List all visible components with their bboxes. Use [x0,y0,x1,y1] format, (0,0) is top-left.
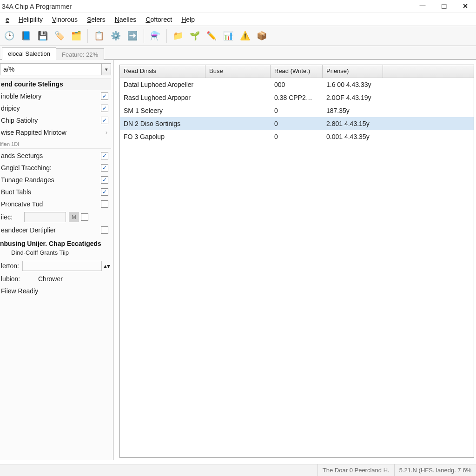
column-header[interactable]: Buse [205,65,271,78]
folder-gear-icon[interactable]: 📁 [171,28,185,43]
checkbox[interactable] [101,105,108,112]
menu-coftorect[interactable]: Coftorect [141,14,177,25]
menu-selers[interactable]: Selers [82,14,110,25]
sidebar-item-label: Tunage Randages [1,176,101,184]
sidebar-item: Proncatve Tud [0,198,111,210]
calendar-check-icon[interactable]: 📋 [92,28,106,43]
data-grid: Read DinslsBuseRead (Write.)Priense) Dat… [119,65,474,458]
lerton-input[interactable] [22,261,102,271]
lubon-value: Chrower [38,275,63,283]
close-button[interactable] [455,0,476,13]
table-cell: FO 3 Gapolup [120,133,205,140]
sidebar-item: dripicy [0,102,111,114]
toolbar-separator [144,29,144,43]
checkbox[interactable] [101,176,108,184]
menu-e[interactable]: e [1,14,14,25]
tab-feature[interactable]: Feature: 22% [56,48,104,60]
iiec-checkbox[interactable] [81,213,88,221]
checkbox[interactable] [101,164,108,172]
table-row[interactable]: Datal Luphoed Aropeller0001.6 00 4.43.33… [120,78,474,91]
grid-header: Read DinslsBuseRead (Write.)Priense) [120,65,474,78]
sidebar-lerton-field: lerton: ▴▾ [0,259,111,273]
sidebar-item-label: ands Seeturgs [1,152,101,159]
table-cell: Datal Luphoed Aropeller [120,81,205,88]
table-cell: SM 1 Seleery [120,107,205,114]
dertiplier-checkbox[interactable] [101,226,108,234]
table-cell: 0.38 CPP2… [271,94,323,101]
table-cell: 0 [271,107,323,114]
sidebar-item: ands Seeturgs [0,150,111,162]
sidebar-item: Buot Tabls [0,186,111,198]
iiec-field[interactable] [24,212,66,222]
type-select-value: a/% [3,66,14,73]
warning-icon[interactable]: ⚠️ [238,28,252,43]
arrow-icon[interactable]: ➡️ [125,28,140,43]
table-cell: 187.35y [323,107,383,114]
sidebar-subheader: nbusing Unijer. Chap Eccatigeds [0,236,111,248]
fiew-label: Fiiew Readiy [1,287,38,295]
sidebar-dertiplier-row: eandecer Dertiplier [0,224,111,236]
menu-helipility[interactable]: Helipility [14,14,47,25]
checkbox[interactable] [101,152,108,159]
sidebar-rappid-row[interactable]: wise Rappited Mriotow › [0,126,111,139]
column-header[interactable]: Priense) [323,65,383,78]
table-cell: Rasd Lughoed Arpopor [120,94,205,101]
table-row[interactable]: SM 1 Seleery0187.35y [120,104,474,117]
column-header[interactable]: Read (Write.) [271,65,323,78]
table-cell: 2.801 4.43.15y [323,120,383,127]
column-header[interactable]: Read Dinsls [120,65,205,78]
menu-help[interactable]: Help [177,14,199,25]
leaf-icon[interactable]: 🌱 [187,28,202,43]
sidebar-item-label: Gngiel Tracching: [1,164,101,172]
table-row[interactable]: DN 2 Diso Sortinigs02.801 4.43.15y [120,117,474,130]
statusbar-cell-1: The Doar 0 Peercland H. [317,464,394,476]
new-window-icon[interactable]: 🗂️ [69,28,84,43]
gear-refresh-icon[interactable]: ⚙️ [108,28,123,43]
checkbox[interactable] [101,93,108,100]
toolbar: 🕒📘💾🏷️🗂️📋⚙️➡️⚗️📁🌱✏️📊⚠️📦 [0,26,476,46]
sidebar-item: Tunage Randages [0,174,111,186]
iiec-unit: M [69,212,79,222]
sidebar-section-header: end courite Stelings [0,78,111,90]
disk-icon[interactable]: 💾 [35,28,50,43]
statusbar: The Doar 0 Peercland H. 5.21.N (HFS. lan… [0,464,476,476]
table-row[interactable]: Rasd Lughoed Arpopor0.38 CPP2…2.0OF 4.43… [120,91,474,104]
lubon-label: lubion: [1,275,38,283]
lerton-spinner[interactable]: ▴▾ [104,262,110,270]
panel-icon[interactable]: 📘 [19,28,33,43]
sidebar-iiec-label: iiec: [1,213,24,221]
main: a/% end courite Stelings inoble Mietoryd… [0,60,476,460]
type-select[interactable]: a/% [0,63,111,75]
sidebar-lubon-field: lubion: Chrower [0,273,111,285]
minimize-button[interactable] [412,0,433,13]
table-cell: 000 [271,81,323,88]
box-icon[interactable]: 📦 [254,28,269,43]
window-buttons [412,0,476,13]
checkbox[interactable] [101,188,108,196]
table-row[interactable]: FO 3 Gapolup00.001 4.43.35y [120,130,474,143]
menu-naelles[interactable]: Naelles [110,14,141,25]
grid-body: Datal Luphoed Aropeller0001.6 00 4.43.33… [120,78,474,457]
sidebar-item-label: eandecer Dertiplier [1,226,101,234]
tag-icon[interactable]: 🏷️ [52,28,67,43]
statusbar-cell-2: 5.21.N (HFS. lanedg. 7 6% [394,464,476,476]
sidebar-item-label: inoble Mietory [1,93,101,100]
sidebar-item-label: wise Rappited Mriotow [1,129,106,136]
lerton-label: lerton: [1,262,22,270]
sidebar-item-label: Buot Tabls [1,188,101,196]
maximize-button[interactable] [433,0,455,13]
titlebar: 34A Chip A Programmer [0,0,476,13]
clock-icon[interactable]: 🕒 [2,28,17,43]
chart-icon[interactable]: 📊 [221,28,236,43]
sidebar-fiew-field: Fiiew Readiy [0,285,111,297]
sidebar-item-label: dripicy [1,105,101,112]
tab-selection[interactable]: elocal Salection [2,47,56,60]
table-cell: 1.6 00 4.43.33y [323,81,383,88]
sidebar-sublabel: Dind-Colff Grants Tiip [0,248,111,259]
checkbox[interactable] [101,117,108,124]
wand-icon[interactable]: ✏️ [204,28,219,43]
checkbox[interactable] [101,200,108,208]
funnel-icon[interactable]: ⚗️ [148,28,163,43]
menu-vinorous[interactable]: Vinorous [47,14,82,25]
content-pane: Read DinslsBuseRead (Write.)Priense) Dat… [113,60,476,460]
